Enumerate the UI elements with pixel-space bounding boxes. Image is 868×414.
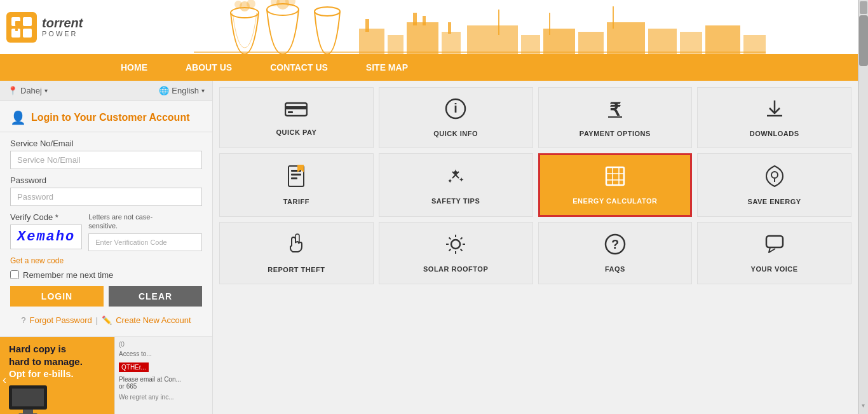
svg-rect-19 — [442, 32, 461, 54]
create-account-link[interactable]: Create New Account — [116, 315, 191, 325]
grid-item-downloads[interactable]: DOWNLOADS — [697, 87, 851, 148]
svg-rect-25 — [521, 35, 540, 54]
svg-rect-24 — [467, 25, 518, 54]
grid-item-faqs[interactable]: ? FAQS — [538, 222, 693, 284]
svg-point-62 — [451, 240, 460, 249]
tariff-label: TARIFF — [283, 198, 309, 205]
svg-rect-5 — [15, 29, 18, 31]
verify-section: Verify Code * Xemaho Letters are not cas… — [10, 212, 202, 251]
report-theft-label: REPORT THEFT — [268, 266, 325, 273]
svg-line-68 — [461, 249, 463, 251]
captcha-image: Xemaho — [10, 224, 82, 249]
grid-item-report-theft[interactable]: REPORT THEFT — [219, 222, 374, 284]
solar-rooftop-icon — [445, 233, 466, 260]
svg-rect-49 — [291, 177, 297, 179]
location-bar: 📍 Dahej ▾ 🌐 English ▾ — [0, 81, 212, 101]
safety-tips-icon: ✦ ✦ ✦ — [445, 165, 466, 192]
grid-item-payment-options[interactable]: ₹ PAYMENT OPTIONS — [538, 87, 693, 148]
location-pin-icon: 📍 — [8, 86, 18, 95]
password-field-group: Password — [10, 176, 202, 206]
lang-dropdown-icon: ▾ — [201, 87, 205, 94]
svg-line-69 — [461, 238, 463, 240]
services-grid: QUICK PAY i QUICK INFO ₹ — [219, 87, 851, 284]
svg-rect-27 — [578, 32, 604, 54]
svg-text:i: i — [454, 101, 458, 115]
svg-rect-16 — [359, 29, 384, 54]
login-header: 👤 Login to Your Customer Account — [0, 101, 212, 132]
grid-item-quick-info[interactable]: i QUICK INFO — [379, 87, 533, 148]
remember-me-group: Remember me next time — [10, 270, 202, 280]
grid-item-safety-tips[interactable]: ✦ ✦ ✦ SAFETY TIPS — [379, 153, 533, 217]
svg-rect-31 — [705, 25, 740, 54]
svg-rect-4 — [15, 21, 20, 26]
brand-name: torrent POWER — [42, 16, 83, 38]
nav-home[interactable]: HOME — [102, 54, 166, 81]
solar-rooftop-label: SOLAR ROOFTOP — [423, 265, 488, 273]
login-panel: 📍 Dahej ▾ 🌐 English ▾ 👤 Login to Your Cu… — [0, 81, 213, 414]
forgot-password-link[interactable]: Forgot Password — [30, 315, 92, 325]
login-button[interactable]: LOGIN — [10, 286, 104, 307]
payment-options-label: PAYMENT OPTIONS — [580, 130, 651, 137]
nav-contact[interactable]: CONTACT US — [251, 54, 347, 81]
remember-label: Remember me next time — [23, 270, 113, 280]
energy-calculator-label: ENERGY CALCULATOR — [573, 197, 657, 205]
nav-sitemap[interactable]: SITE MAP — [347, 54, 427, 81]
svg-point-12 — [234, 1, 242, 8]
password-input[interactable] — [10, 188, 202, 206]
scrollbar[interactable]: ▾ — [858, 0, 868, 414]
verification-code-input[interactable] — [88, 233, 202, 251]
report-theft-icon — [287, 233, 306, 261]
svg-rect-21 — [413, 13, 417, 25]
navigation-bar: HOME ABOUT US CONTACT US SITE MAP — [0, 54, 858, 81]
grid-item-energy-calculator[interactable]: ENERGY CALCULATOR — [538, 153, 693, 217]
svg-text:?: ? — [611, 237, 619, 251]
grid-item-quick-pay[interactable]: QUICK PAY — [219, 87, 374, 148]
grid-item-your-voice[interactable]: YOUR VOICE — [697, 222, 851, 284]
svg-rect-48 — [291, 174, 301, 176]
service-field-group: Service No/Email — [10, 139, 202, 169]
svg-rect-38 — [285, 106, 307, 109]
your-voice-icon — [764, 233, 785, 260]
grid-item-solar-rooftop[interactable]: SOLAR ROOFTOP — [379, 222, 533, 284]
service-input[interactable] — [10, 151, 202, 169]
quick-info-icon: i — [445, 98, 466, 125]
svg-rect-55 — [606, 167, 624, 185]
svg-rect-22 — [423, 16, 426, 25]
plant-illustration — [102, 0, 858, 54]
svg-text:✦: ✦ — [459, 176, 464, 183]
globe-icon: 🌐 — [159, 86, 169, 95]
forgot-row: ? Forgot Password | ✏️ Create New Accoun… — [10, 313, 202, 328]
user-icon: 👤 — [10, 110, 26, 125]
logo-area: torrent POWER — [0, 12, 102, 43]
downloads-icon — [764, 98, 785, 125]
banner-text: Hard copy is hard to manage. Opt for e-b… — [9, 343, 83, 414]
nav-about[interactable]: ABOUT US — [166, 54, 251, 81]
svg-line-67 — [449, 238, 451, 240]
city-selector[interactable]: 📍 Dahej ▾ — [8, 86, 48, 95]
banner-right-panel: (0 Access to... QTHEr... Please email at… — [114, 337, 212, 414]
downloads-label: DOWNLOADS — [750, 130, 799, 137]
remember-checkbox[interactable] — [10, 270, 19, 279]
login-heading: Login to Your Customer Account — [31, 112, 189, 123]
prev-banner-btn[interactable]: ‹ — [3, 373, 6, 386]
scrollbar-thumb[interactable] — [859, 15, 868, 66]
grid-item-save-energy[interactable]: SAVE ENERGY — [697, 153, 851, 217]
svg-rect-3 — [23, 29, 32, 38]
get-new-code-link[interactable]: Get a new code — [10, 256, 202, 265]
save-energy-icon — [765, 165, 784, 193]
language-selector[interactable]: 🌐 English ▾ — [159, 86, 205, 95]
clear-button[interactable]: CLEAR — [109, 286, 202, 307]
tariff-icon — [286, 165, 306, 193]
logo-icon — [6, 12, 37, 43]
safety-tips-label: SAFETY TIPS — [431, 197, 480, 205]
city-dropdown-icon: ▾ — [44, 87, 48, 94]
payment-options-icon: ₹ — [604, 98, 626, 125]
your-voice-label: YOUR VOICE — [751, 265, 798, 273]
verify-input-group — [88, 233, 202, 251]
quick-pay-icon — [285, 100, 308, 123]
grid-item-tariff[interactable]: TARIFF — [219, 153, 374, 217]
svg-rect-39 — [288, 111, 293, 113]
svg-rect-26 — [543, 29, 575, 54]
quick-pay-label: QUICK PAY — [276, 128, 316, 136]
energy-calculator-icon — [604, 165, 626, 192]
